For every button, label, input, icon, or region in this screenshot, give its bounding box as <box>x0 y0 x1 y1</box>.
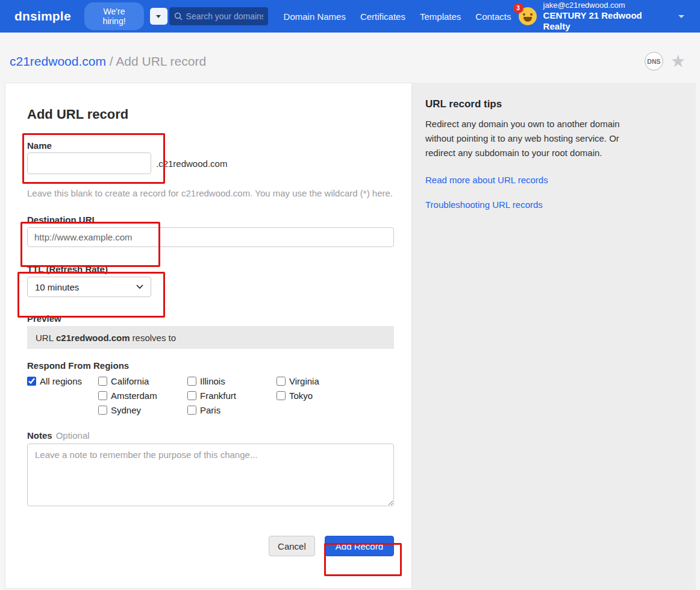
regions-label: Respond From Regions <box>27 360 393 372</box>
tokyo-checkbox[interactable] <box>277 391 286 400</box>
avatar-mouth <box>523 17 532 22</box>
region-label: Sydney <box>111 405 141 415</box>
region-label: California <box>111 376 149 386</box>
hiring-button[interactable]: We're hiring! <box>84 2 144 30</box>
dnsimple-logo[interactable]: dnsimple <box>14 9 71 24</box>
notes-textarea[interactable] <box>27 444 394 506</box>
name-row: .c21redwood.com <box>27 152 393 174</box>
account-name: CENTURY 21 Redwood Realty <box>543 10 661 32</box>
preview-box: URL c21redwood.com resolves to <box>27 326 394 349</box>
region-label: Frankfurt <box>200 391 236 401</box>
header-icons: DNS ★ <box>645 52 686 71</box>
regions-grid: All regions California Amsterdam Sydney <box>27 374 393 417</box>
region-label: Illinois <box>200 376 225 386</box>
notification-badge[interactable]: 3 <box>513 3 523 13</box>
name-input[interactable] <box>27 152 151 174</box>
nav-templates[interactable]: Templates <box>413 11 468 22</box>
notes-label: Notes <box>27 430 52 442</box>
virginia-checkbox[interactable] <box>277 377 286 386</box>
primary-nav: Domain Names Certificates Templates Cont… <box>277 11 519 22</box>
region-label: Amsterdam <box>111 391 157 401</box>
region-checkbox-tokyo[interactable]: Tokyo <box>277 388 319 403</box>
add-record-button[interactable]: Add Record <box>325 536 394 556</box>
dns-badge[interactable]: DNS <box>645 52 663 71</box>
name-label: Name <box>27 140 393 152</box>
page-title: Add URL record <box>116 54 206 68</box>
troubleshooting-url-records-link[interactable]: Troubleshooting URL records <box>425 199 672 210</box>
region-label: Virginia <box>289 376 319 386</box>
amsterdam-checkbox[interactable] <box>98 391 107 400</box>
regions-column-3: Illinois Frankfurt Paris <box>187 374 277 417</box>
user-info: jake@c21redwood.com CENTURY 21 Redwood R… <box>543 1 661 32</box>
chevron-down-icon <box>156 15 161 18</box>
search-input[interactable] <box>186 11 263 21</box>
read-more-url-records-link[interactable]: Read more about URL records <box>425 175 672 185</box>
tips-body: Redirect any domain you own to another d… <box>425 117 642 160</box>
name-domain-suffix: .c21redwood.com <box>156 158 227 169</box>
nav-certificates[interactable]: Certificates <box>353 11 413 22</box>
add-url-record-card: Add URL record Name .c21redwood.com Leav… <box>5 83 412 589</box>
ttl-select[interactable]: 10 minutes <box>27 277 151 297</box>
region-label: Tokyo <box>289 391 313 401</box>
region-checkbox-california[interactable]: California <box>98 374 187 388</box>
favorite-star-icon[interactable]: ★ <box>670 53 686 70</box>
form-title: Add URL record <box>27 106 393 123</box>
search-options-button[interactable] <box>150 8 167 25</box>
preview-suffix: resolves to <box>133 333 177 343</box>
region-label: All regions <box>40 376 82 386</box>
nav-domain-names[interactable]: Domain Names <box>277 11 353 22</box>
region-checkbox-sydney[interactable]: Sydney <box>98 403 187 417</box>
sydney-checkbox[interactable] <box>98 406 107 415</box>
chevron-down-icon <box>136 284 143 289</box>
ttl-label: TTL (Refresh Rate) <box>27 263 393 275</box>
top-navbar: dnsimple We're hiring! Domain Names Cert… <box>0 0 700 33</box>
url-record-tips-panel: URL record tips Redirect any domain you … <box>412 83 696 590</box>
regions-column-1: All regions <box>27 374 98 417</box>
avatar-eye <box>530 13 533 16</box>
region-label: Paris <box>200 405 220 415</box>
user-email: jake@c21redwood.com <box>543 1 661 10</box>
search-icon <box>174 12 183 20</box>
paris-checkbox[interactable] <box>187 406 196 415</box>
account-menu[interactable]: 3 jake@c21redwood.com CENTURY 21 Redwood… <box>519 1 688 32</box>
illinois-checkbox[interactable] <box>187 377 196 386</box>
breadcrumb-separator: / <box>106 54 116 68</box>
region-checkbox-virginia[interactable]: Virginia <box>277 374 319 388</box>
regions-column-2: California Amsterdam Sydney <box>98 374 187 417</box>
destination-url-label: Destination URL <box>27 214 393 226</box>
region-checkbox-frankfurt[interactable]: Frankfurt <box>187 388 277 403</box>
nav-contacts[interactable]: Contacts <box>468 11 518 22</box>
regions-column-4: Virginia Tokyo <box>277 374 319 417</box>
region-checkbox-illinois[interactable]: Illinois <box>187 374 277 388</box>
preview-prefix: URL <box>36 333 54 343</box>
region-checkbox-all-regions[interactable]: All regions <box>27 374 98 388</box>
ttl-selected-value: 10 minutes <box>35 282 79 292</box>
all-regions-checkbox[interactable] <box>27 377 36 386</box>
california-checkbox[interactable] <box>98 377 107 386</box>
preview-domain: c21redwood.com <box>56 333 130 343</box>
region-checkbox-amsterdam[interactable]: Amsterdam <box>98 388 187 403</box>
cancel-button[interactable]: Cancel <box>269 536 315 556</box>
tips-title: URL record tips <box>425 98 672 110</box>
name-help-text: Leave this blank to create a record for … <box>27 186 393 200</box>
region-checkbox-paris[interactable]: Paris <box>187 403 277 417</box>
domain-search-box <box>169 7 268 25</box>
destination-url-input[interactable] <box>27 227 394 247</box>
avatar-wrap: 3 <box>519 7 537 25</box>
breadcrumb-domain-link[interactable]: c21redwood.com <box>10 54 106 68</box>
breadcrumb: c21redwood.com / Add URL record <box>10 54 206 69</box>
page-header: c21redwood.com / Add URL record DNS ★ <box>0 33 700 83</box>
content-area: Add URL record Name .c21redwood.com Leav… <box>0 83 700 590</box>
avatar-eye <box>523 13 525 16</box>
preview-label: Preview <box>27 313 393 325</box>
form-actions: Cancel Add Record <box>27 536 394 556</box>
frankfurt-checkbox[interactable] <box>187 391 196 400</box>
notes-label-row: Notes Optional <box>27 430 393 442</box>
notes-optional-hint: Optional <box>56 430 90 441</box>
account-chevron-down-icon[interactable] <box>678 15 684 18</box>
